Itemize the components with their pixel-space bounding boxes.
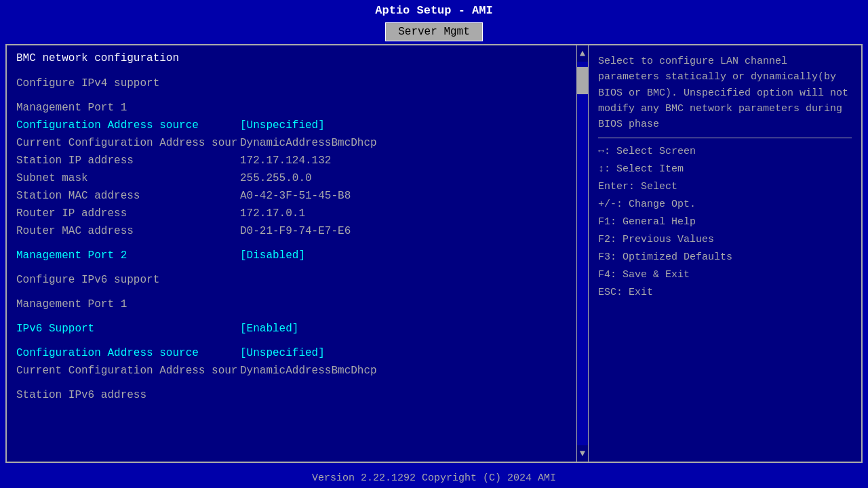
shortcut-f1: F1: General Help [598,214,852,230]
current-config-label: Current Configuration Address sour [16,135,240,151]
station-ip-label: Station IP address [16,152,240,169]
router-ip-row: Router IP address 172.17.0.1 [16,205,567,222]
tab-bar: Server Mgmt [0,21,868,44]
right-panel: Select to configure LAN channel paramete… [589,45,861,462]
shortcut-f4: F4: Save & Exit [598,267,852,283]
shortcut-f4-label: F4: [598,269,623,281]
mgmt-port1-label: Management Port 1 [16,100,240,116]
mgmt-port2-label: Management Port 2 [16,247,240,264]
scrollbar[interactable]: ▲ ▼ [576,45,589,462]
ipv6-support-label: IPv6 Support [16,321,240,337]
configure-ipv6-row: Configure IPv6 support [16,272,567,288]
ipv6-config-addr-label: Configuration Address source [16,345,240,361]
config-addr-src-row[interactable]: Configuration Address source [Unspecifie… [16,117,567,134]
subnet-mask-value: 255.255.0.0 [240,170,312,186]
station-ipv6-row: Station IPv6 address [16,387,567,403]
shortcut-f1-label: F1: [598,216,623,228]
station-ip-value: 172.17.124.132 [240,152,331,169]
main-area: BMC network configuration Configure IPv4… [5,44,863,463]
mgmt-port2-row[interactable]: Management Port 2 [Disabled] [16,247,567,264]
footer-text: Version 2.22.1292 Copyright (C) 2024 AMI [312,472,556,484]
config-addr-label: Configuration Address source [16,117,240,134]
router-mac-row: Router MAC address D0-21-F9-74-E7-E6 [16,223,567,239]
help-description: Select to configure LAN channel paramete… [598,54,852,132]
shortcut-select-item: ↕: Select Item [598,161,852,178]
ipv6-current-config-row: Current Configuration Address sour Dynam… [16,363,567,379]
shortcut-enter-label: Enter: [598,181,641,192]
mgmt-port1-2-label: Management Port 1 [16,296,240,312]
ipv6-config-addr-value: [Unspecified] [240,345,325,361]
subnet-mask-label: Subnet mask [16,170,240,186]
tab-server-mgmt[interactable]: Server Mgmt [385,22,483,41]
router-mac-label: Router MAC address [16,223,240,239]
shortcut-updown-label: ↕: [598,163,616,175]
shortcut-f3-label: F3: [598,251,623,263]
router-mac-value: D0-21-F9-74-E7-E6 [240,223,351,239]
bmc-network-title: BMC network configuration [16,52,567,64]
mgmt-port1-2-row: Management Port 1 [16,296,567,312]
shortcut-f2-label: F2: [598,234,623,245]
config-addr-value: [Unspecified] [240,117,325,134]
station-mac-value: A0-42-3F-51-45-B8 [240,188,351,204]
shortcut-arrows-label: ↔: [598,146,616,157]
ipv6-current-config-value: DynamicAddressBmcDhcp [240,363,377,379]
station-ip-row: Station IP address 172.17.124.132 [16,152,567,169]
shortcut-enter: Enter: Select [598,179,852,195]
app-title: Aptio Setup - AMI [375,4,492,17]
mgmt-port1-row: Management Port 1 [16,100,567,116]
shortcut-f2: F2: Previous Values [598,232,852,248]
station-mac-row: Station MAC address A0-42-3F-51-45-B8 [16,188,567,204]
shortcut-plusminus-label: +/-: [598,199,629,210]
scroll-down-arrow[interactable]: ▼ [580,445,585,462]
router-ip-value: 172.17.0.1 [240,205,305,222]
configure-ipv4-row: Configure IPv4 support [16,75,567,92]
ipv6-current-config-label: Current Configuration Address sour [16,363,240,379]
mgmt-port2-value: [Disabled] [240,247,305,264]
ipv6-support-value: [Enabled] [240,321,298,337]
shortcut-esc: ESC: Exit [598,285,852,301]
configure-ipv6-label: Configure IPv6 support [16,272,240,288]
scroll-thumb[interactable] [577,67,588,94]
subnet-mask-row: Subnet mask 255.255.0.0 [16,170,567,186]
router-ip-label: Router IP address [16,205,240,222]
configure-ipv4-label: Configure IPv4 support [16,75,240,92]
station-mac-label: Station MAC address [16,188,240,204]
current-config-addr-row: Current Configuration Address sour Dynam… [16,135,567,151]
shortcut-change-opt: +/-: Change Opt. [598,197,852,213]
ipv6-config-addr-row[interactable]: Configuration Address source [Unspecifie… [16,345,567,361]
station-ipv6-label: Station IPv6 address [16,387,240,403]
scroll-up-arrow[interactable]: ▲ [580,45,585,62]
ipv6-support-row[interactable]: IPv6 Support [Enabled] [16,321,567,337]
shortcut-f3: F3: Optimized Defaults [598,249,852,266]
title-bar: Aptio Setup - AMI [0,0,868,21]
footer: Version 2.22.1292 Copyright (C) 2024 AMI [0,468,868,488]
shortcut-esc-label: ESC: [598,287,629,298]
right-divider [598,138,852,138]
scroll-track[interactable] [577,62,588,445]
left-panel: BMC network configuration Configure IPv4… [7,45,576,462]
shortcut-select-screen: ↔: Select Screen [598,144,852,160]
current-config-value: DynamicAddressBmcDhcp [240,135,377,151]
